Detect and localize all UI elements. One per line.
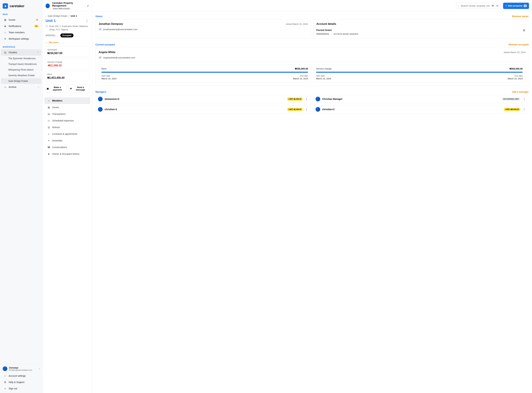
limit-badge: LIMIT: ₦20,003.00 xyxy=(504,108,520,111)
chevron-right-icon: › xyxy=(38,86,39,88)
new-property-button[interactable]: + New property N xyxy=(503,3,529,9)
manager-card: Christian Manager NO EXPENSE LIMIT ⋮ xyxy=(313,95,529,103)
owner-section-title: Owner xyxy=(95,15,103,18)
chevron-down-icon: ⌄ xyxy=(46,41,47,44)
amenities-icon: ✦ xyxy=(47,139,50,142)
document-icon: ▯ xyxy=(47,133,50,135)
help-icon: ✪ xyxy=(4,381,7,384)
org-name: Caretaker Property Management xyxy=(52,2,85,7)
gear-icon: ⚙ xyxy=(4,37,7,40)
cluster-item[interactable]: Serenity Meadows Estate xyxy=(1,73,41,78)
brand-name: caretaker xyxy=(10,4,24,8)
cluster-item[interactable]: Gate Bridge Estate xyxy=(1,78,41,84)
history-icon: ☻ xyxy=(47,152,50,155)
sidebar-item-notifications[interactable]: ◉ Notifications 9+ xyxy=(1,23,41,29)
avatar xyxy=(3,366,7,371)
send-message-button[interactable]: ✉ Send a message xyxy=(68,84,90,93)
occupant-name: Angela White xyxy=(99,51,115,54)
breadcrumb: ‹ Gate Bridge Estate / Unit 1 xyxy=(43,12,92,19)
location-icon xyxy=(46,25,48,27)
limit-badge: LIMIT: ₦1,000.00 xyxy=(287,108,303,111)
user-name: Christian xyxy=(9,367,37,369)
cluster-item[interactable]: The Epicenter Residences xyxy=(1,56,41,61)
progress-bar xyxy=(102,72,308,73)
issues-badge: 8 xyxy=(35,19,39,21)
search-input-wrapper[interactable]: ○ ⌘ K xyxy=(456,3,501,9)
chevron-left-icon[interactable]: ‹ xyxy=(46,15,46,17)
cluster-item[interactable]: Tranquil Haven Residences xyxy=(1,61,41,67)
person-icon: ☺ xyxy=(4,374,7,377)
org-avatar xyxy=(46,4,50,8)
breadcrumb-current: Unit 1 xyxy=(71,15,77,17)
tab-transactions[interactable]: ▤Transactions xyxy=(44,111,90,117)
avatar xyxy=(315,107,320,112)
sidebar-item-team[interactable]: ☺ Team members xyxy=(1,29,41,36)
account-card: Account details Forrest Green 0690000031… xyxy=(313,19,529,39)
manager-card: christian+3 LIMIT: ₦1,000.00 ⋮ xyxy=(95,105,311,113)
add-manager-link[interactable]: Add a manager xyxy=(512,90,529,93)
occupant-card: Angela White Joined March 15, 2024 ✉ ang… xyxy=(95,48,529,86)
more-icon[interactable]: ⋮ xyxy=(305,98,309,101)
issues-icon: ▦ xyxy=(47,106,50,109)
kbd-k: K xyxy=(496,5,499,7)
occupant-joined: Joined March 15, 2024 xyxy=(503,51,526,54)
account-title: Account details xyxy=(316,22,526,25)
more-icon[interactable]: ⋮ xyxy=(522,98,526,101)
avatar xyxy=(315,97,320,101)
mail-icon: ✉ xyxy=(99,56,102,59)
tab-issues[interactable]: ▦Issues xyxy=(44,104,90,111)
current-user[interactable]: Christian christian@usecaretaker.com › xyxy=(0,365,42,373)
chat-icon: ☎ xyxy=(47,146,50,149)
org-badge: EARLY BIRD ACCESS xyxy=(52,7,71,10)
mail-icon: ✉ xyxy=(99,28,102,31)
owner-name: Jonathan Dempsey xyxy=(99,22,123,25)
sidebar-item-clusters[interactable]: ▤ Clusters ⌃ xyxy=(1,49,41,56)
search-input[interactable] xyxy=(461,5,490,7)
remove-occupant-link[interactable]: Remove occupant xyxy=(508,43,529,46)
main-panel: ○ ⌘ K + New property N Owner Remove owne… xyxy=(92,0,532,393)
tab-history[interactable]: ☻Owner & Occupant history xyxy=(44,151,90,157)
more-icon[interactable]: ⋮ xyxy=(305,108,309,111)
cluster-item[interactable]: Whispering Pines Manor xyxy=(1,67,41,73)
more-icon[interactable]: ⋮ xyxy=(522,108,526,111)
team-icon: ☺ xyxy=(4,31,7,34)
sidebar-item-issues[interactable]: ▦ Issues 8 xyxy=(1,17,41,23)
logo-icon: ◆ xyxy=(3,3,8,9)
footer-signout[interactable]: ⎋ Sign out xyxy=(1,385,41,392)
make-payment-button[interactable]: ▣ Make a payment xyxy=(45,84,67,93)
bank-name: ACCESS BANK NIGERIA xyxy=(334,33,358,35)
remove-owner-link[interactable]: Remove owner xyxy=(512,15,529,18)
nav-section-main: MAIN xyxy=(0,12,42,17)
chevron-up-icon: ⌃ xyxy=(37,51,39,54)
logo[interactable]: ◆ caretaker xyxy=(0,0,42,12)
tab-amenities[interactable]: ✦Amenities xyxy=(44,137,90,144)
signout-icon: ⎋ xyxy=(4,387,7,390)
tab-scheduled[interactable]: ◷Scheduled expenses xyxy=(44,117,90,124)
tab-conversations[interactable]: ☎Conversations xyxy=(44,144,90,151)
avatar xyxy=(98,107,103,112)
rent-progress: Rent₦550,000.00 Start dateMarch 15, 2024… xyxy=(99,64,311,83)
tab-notices[interactable]: ▥Notices xyxy=(44,124,90,131)
org-switcher-icon[interactable]: ⇵ xyxy=(87,5,89,7)
breadcrumb-parent[interactable]: Gate Bridge Estate xyxy=(48,15,67,17)
detail-panel: Caretaker Property Management EARLY BIRD… xyxy=(43,0,92,393)
bell-icon: ◉ xyxy=(4,25,7,28)
kbd-n: N xyxy=(524,5,527,7)
unit-menu-icon[interactable]: ⋮ xyxy=(85,19,89,22)
unit-address: Suite 200, 1, Euphrates Street, Maitama,… xyxy=(49,25,89,31)
footer-account-settings[interactable]: ☺ Account settings xyxy=(1,373,41,379)
footer-help[interactable]: ✪ Help & Support xyxy=(1,379,41,385)
calendar-icon: ◷ xyxy=(47,119,50,122)
tab-contracts[interactable]: ▯Contracts & agreements xyxy=(44,131,90,137)
trash-icon[interactable]: 🗑 xyxy=(523,29,526,32)
nav-section-workspace: WORKSPACE xyxy=(0,44,42,49)
tab-members[interactable]: ☺Members xyxy=(44,97,90,104)
sidebar-item-archive[interactable]: ▭ Archive › xyxy=(1,84,41,90)
progress-bar xyxy=(316,72,523,73)
see-more-toggle[interactable]: ⌄ See more xyxy=(43,40,92,46)
plus-icon: + xyxy=(505,5,507,7)
person-icon: ☺ xyxy=(47,99,50,102)
sidebar-item-workspace-settings[interactable]: ⚙ Workspace settings xyxy=(1,36,41,42)
wallet-icon: ▣ xyxy=(47,87,49,90)
account-number: 0690000031 xyxy=(316,33,329,35)
